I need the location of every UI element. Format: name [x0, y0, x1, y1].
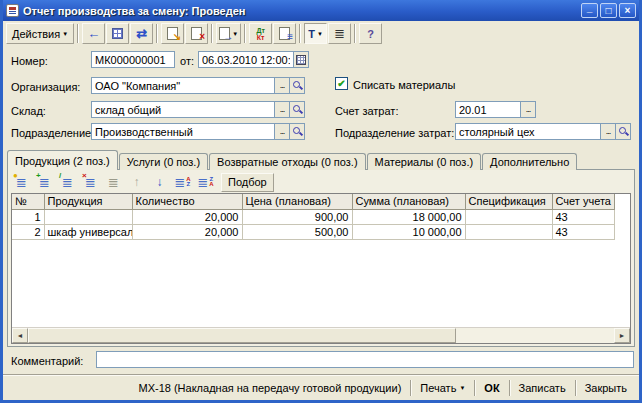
reread-button[interactable]: [106, 23, 129, 44]
print-label: Печать: [420, 382, 456, 394]
table-row[interactable]: 2 шкаф универсал 20,000 500,00 10 000,00…: [12, 224, 614, 239]
edit-row-button[interactable]: ≣ /: [57, 173, 78, 191]
calendar-button[interactable]: [293, 51, 309, 68]
main-toolbar: Действия ▼ ← ⇄ ↘ × → ▼ Дт Кт ≡: [3, 21, 639, 46]
ok-button[interactable]: ОК: [477, 380, 506, 396]
scroll-left-button[interactable]: ◄: [12, 328, 28, 343]
product-cell[interactable]: шкаф универсал: [44, 224, 132, 239]
list-settings-icon: ≣: [334, 27, 345, 40]
date-input[interactable]: [198, 51, 294, 68]
sort-az-icon: AZ: [186, 177, 190, 187]
chevron-down-icon: ▼: [62, 31, 68, 37]
account-cell[interactable]: 43: [552, 209, 614, 224]
organization-input[interactable]: [91, 77, 275, 94]
organization-open-button[interactable]: [289, 77, 305, 94]
reread-icon: [112, 28, 123, 39]
comment-input[interactable]: [96, 351, 634, 368]
column-header-sum: Сумма (плановая): [352, 194, 465, 209]
filter-toggle-button[interactable]: Т▼: [304, 23, 327, 44]
scrollbar-track[interactable]: [456, 328, 614, 343]
cost-account-select-button[interactable]: ...: [520, 101, 536, 118]
division-label: Подразделение:: [11, 127, 94, 139]
tab-materials[interactable]: Материалы (0 поз.): [367, 153, 482, 170]
sort-descending-button[interactable]: ≣ ZA: [195, 173, 216, 191]
refresh-button[interactable]: ⇄: [130, 23, 153, 44]
specification-cell[interactable]: [465, 224, 552, 239]
row-number-cell[interactable]: 2: [12, 224, 44, 239]
dtkt-movements-button[interactable]: Дт Кт: [249, 23, 272, 44]
number-input[interactable]: [91, 51, 175, 68]
quantity-cell[interactable]: 20,000: [132, 224, 242, 239]
writeoff-materials-label[interactable]: Списать материалы: [353, 79, 455, 91]
copy-row-button[interactable]: ≣ +: [34, 173, 55, 191]
products-tab-page: ≣ ● ≣ + ≣ / ≣ × ≣ ↑ ↓: [7, 169, 635, 347]
scrollbar-thumb[interactable]: [28, 328, 456, 343]
post-document-button[interactable]: ↘: [161, 23, 184, 44]
date-from-label: от:: [180, 55, 194, 67]
pick-button[interactable]: Подбор: [221, 173, 274, 192]
back-arrow-icon: ←: [87, 27, 100, 40]
delete-row-button[interactable]: ≣ ×: [80, 173, 101, 191]
chevron-down-icon: ▼: [317, 31, 323, 37]
delete-icon: ×: [82, 172, 87, 180]
column-header-number: №: [12, 194, 44, 209]
move-up-button[interactable]: ↑: [126, 173, 147, 191]
maximize-button[interactable]: □: [600, 3, 617, 18]
mx18-print-button[interactable]: МХ-18 (Накладная на передачу готовой про…: [132, 380, 409, 396]
writeoff-materials-checkbox[interactable]: ✔: [335, 77, 348, 90]
close-button[interactable]: ×: [619, 3, 636, 18]
number-label: Номер:: [11, 55, 48, 67]
copy-icon: +: [36, 172, 41, 180]
row-number-cell[interactable]: 1: [12, 209, 44, 224]
footer-button-bar: МХ-18 (Накладная на передачу готовой про…: [3, 374, 639, 400]
warehouse-select-button[interactable]: ...: [274, 101, 290, 118]
account-cell[interactable]: 43: [552, 224, 614, 239]
move-down-button[interactable]: ↓: [149, 173, 170, 191]
sort-za-icon: ZA: [209, 177, 213, 187]
cost-account-input[interactable]: [455, 101, 521, 118]
quantity-cell[interactable]: 20,000: [132, 209, 242, 224]
scroll-right-button[interactable]: ►: [614, 328, 630, 343]
price-cell[interactable]: 900,00: [242, 209, 352, 224]
help-button[interactable]: ?: [359, 23, 382, 44]
division-input[interactable]: [91, 123, 275, 140]
warehouse-input[interactable]: [91, 101, 275, 118]
close-form-button[interactable]: Закрыть: [578, 380, 634, 396]
unpost-document-button[interactable]: ×: [185, 23, 208, 44]
rows-icon: ≣: [108, 176, 119, 189]
copy-document-button[interactable]: → ▼: [216, 23, 241, 44]
division-open-button[interactable]: [289, 123, 305, 140]
sort-ascending-button[interactable]: ≣ AZ: [172, 173, 193, 191]
cost-division-input[interactable]: [455, 123, 601, 140]
add-row-button[interactable]: ≣ ●: [11, 173, 32, 191]
cost-division-label: Подразделение затрат:: [335, 127, 454, 139]
footer-separator: [474, 380, 475, 396]
sum-cell[interactable]: 18 000,00: [352, 209, 465, 224]
document-movements-button[interactable]: ≡: [273, 23, 296, 44]
organization-select-button[interactable]: ...: [274, 77, 290, 94]
tab-products[interactable]: Продукция (2 поз.): [7, 150, 118, 170]
tab-additional[interactable]: Дополнительно: [482, 153, 577, 170]
back-button[interactable]: ←: [82, 23, 105, 44]
horizontal-scrollbar: ◄ ►: [12, 327, 630, 343]
tab-return-waste[interactable]: Возвратные отходы (0 поз.): [209, 153, 366, 170]
product-cell-selected[interactable]: шкаф интерьер: [44, 209, 132, 224]
specification-cell[interactable]: [465, 209, 552, 224]
save-button[interactable]: Записать: [512, 380, 573, 396]
division-select-button[interactable]: ...: [274, 123, 290, 140]
tab-services[interactable]: Услуги (0 поз.): [119, 153, 208, 170]
sum-cell[interactable]: 10 000,00: [352, 224, 465, 239]
print-button[interactable]: Печать ▼: [413, 380, 472, 396]
end-edit-button[interactable]: ≣: [103, 173, 124, 191]
cost-division-open-button[interactable]: [615, 123, 631, 140]
chevron-down-icon: ▼: [459, 385, 465, 391]
warehouse-open-button[interactable]: [289, 101, 305, 118]
table-empty-area: [12, 240, 630, 328]
price-cell[interactable]: 500,00: [242, 224, 352, 239]
actions-button[interactable]: Действия ▼: [6, 23, 74, 44]
minimize-button[interactable]: _: [581, 3, 598, 18]
cost-division-select-button[interactable]: ...: [600, 123, 616, 140]
table-row[interactable]: 1 шкаф интерьер 20,000 900,00 18 000,00 …: [12, 209, 614, 224]
list-settings-button[interactable]: ≣: [328, 23, 351, 44]
column-header-quantity: Количество: [132, 194, 242, 209]
